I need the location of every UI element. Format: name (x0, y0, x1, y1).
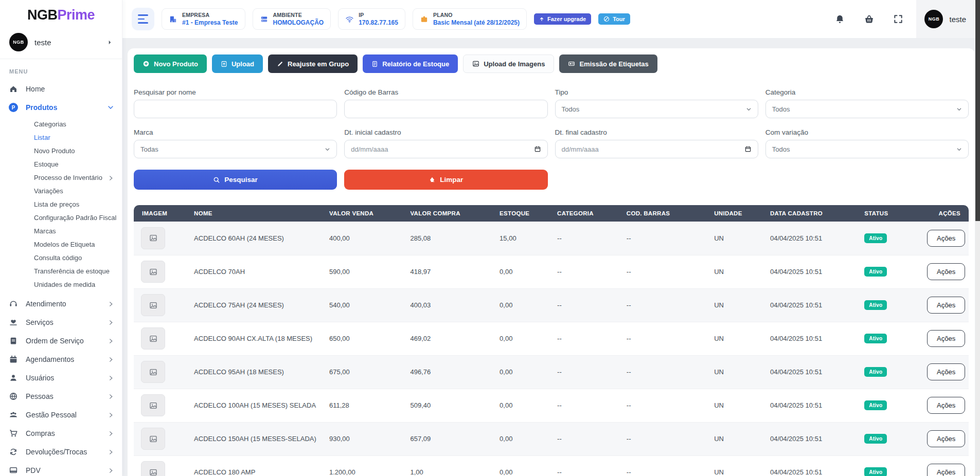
clear-button[interactable]: Limpar (344, 170, 547, 190)
product-name: ACDELCO 150AH (15 MESES-SELADA) (189, 422, 324, 455)
row-actions-button[interactable]: Ações (927, 397, 965, 414)
page-scrollbar[interactable] (975, 0, 980, 476)
new-product-button[interactable]: Novo Produto (134, 54, 207, 73)
sidebar-subitem-variacoes[interactable]: Variações (0, 185, 122, 198)
product-name: ACDELCO 75AH (24 MESES) (189, 288, 324, 322)
valor-compra: 400,03 (405, 288, 494, 322)
valor-compra: 418,97 (405, 255, 494, 288)
unidade: UN (709, 255, 765, 288)
sidebar-item-produtos[interactable]: P Produtos (0, 98, 122, 117)
table-row: ACDELCO 95AH (18 MESES) 675,00 496,76 0,… (134, 355, 969, 389)
row-actions-button[interactable]: Ações (927, 297, 965, 314)
row-actions-button[interactable]: Ações (927, 464, 965, 476)
categoria: -- (552, 455, 621, 476)
categoria: -- (552, 422, 621, 455)
search-button[interactable]: Pesquisar (134, 170, 337, 190)
filter-type-select[interactable]: Todos (555, 100, 758, 118)
calendar-icon (8, 355, 19, 364)
upgrade-button[interactable]: Fazer upgrade (534, 13, 591, 25)
data-cadastro: 04/04/2025 10:51 (765, 422, 859, 455)
group-adjust-button[interactable]: Reajuste em Grupo (268, 54, 358, 73)
table-row: ACDELCO 150AH (15 MESES-SELADA) 930,00 6… (134, 422, 969, 455)
row-actions-button[interactable]: Ações (927, 230, 965, 247)
status-badge: Ativo (864, 400, 887, 410)
filter-variation-label: Com variação (765, 129, 969, 136)
products-card: Novo Produto Upload Reajuste em Grupo Re… (128, 48, 975, 476)
product-name: ACDELCO 100AH (15 MESES) SELADA (189, 389, 324, 422)
sidebar-item-gestao-pessoal[interactable]: Gestão Pessoal (0, 406, 122, 424)
estoque: 0,00 (494, 288, 552, 322)
products-table: IMAGEM NOME VALOR VENDA VALOR COMPRA EST… (134, 205, 969, 476)
sidebar-item-servicos[interactable]: Serviços (0, 313, 122, 332)
row-actions-button[interactable]: Ações (927, 363, 965, 380)
categoria: -- (552, 222, 621, 255)
sidebar-item-pdv[interactable]: PDV (0, 461, 122, 476)
row-actions-button[interactable]: Ações (927, 263, 965, 280)
estoque: 0,00 (494, 322, 552, 355)
sidebar-subitem-transferencia-estoque[interactable]: Transferência de estoque (0, 265, 122, 278)
status-badge: Ativo (864, 367, 887, 377)
sidebar-user-menu[interactable]: NGB teste (0, 30, 122, 59)
sidebar-subitem-consulta-codigo[interactable]: Consulta código (0, 251, 122, 265)
filter-name-input[interactable] (134, 100, 337, 118)
sidebar-item-compras[interactable]: Compras (0, 424, 122, 443)
scrollbar-thumb[interactable] (975, 0, 980, 221)
data-cadastro: 04/04/2025 10:51 (765, 455, 859, 476)
image-icon (472, 60, 479, 67)
valor-compra: 496,76 (405, 355, 494, 389)
chevron-right-icon (108, 468, 114, 473)
sidebar-item-usuarios[interactable]: Usuários (0, 369, 122, 387)
filter-date-start-input[interactable]: dd/mm/aaaa (344, 140, 547, 158)
eraser-icon (429, 176, 436, 184)
sidebar-item-agendamentos[interactable]: Agendamentos (0, 350, 122, 369)
unidade: UN (709, 389, 765, 422)
sidebar-item-atendimento[interactable]: Atendimento (0, 295, 122, 313)
menu-toggle-button[interactable] (132, 8, 154, 30)
table-header-row: IMAGEM NOME VALOR VENDA VALOR COMPRA EST… (134, 205, 969, 222)
row-actions-button[interactable]: Ações (927, 430, 965, 447)
stock-report-button[interactable]: Relatório de Estoque (363, 54, 458, 73)
sidebar-subitem-novo-produto[interactable]: Novo Produto (0, 144, 122, 158)
sidebar-subitem-modelos-etiqueta[interactable]: Modelos de Etiqueta (0, 238, 122, 251)
headset-icon (8, 299, 19, 308)
chevron-right-icon (108, 301, 114, 307)
arrow-up-icon (539, 16, 544, 22)
sidebar-item-devolucoes[interactable]: Devoluções/Trocas (0, 443, 122, 461)
sidebar-item-ordem-servico[interactable]: Ordem de Serviço (0, 332, 122, 350)
filter-brand-select[interactable]: Todas (134, 140, 337, 158)
filter-brand-label: Marca (134, 129, 337, 136)
categoria: -- (552, 255, 621, 288)
filter-date-end-input[interactable]: dd/mm/aaaa (555, 140, 758, 158)
basket-icon[interactable] (864, 14, 875, 25)
image-upload-button[interactable]: Upload de Imagens (463, 54, 554, 73)
sidebar-subitem-estoque[interactable]: Estoque (0, 158, 122, 171)
filter-variation-select[interactable]: Todos (765, 140, 969, 158)
sidebar-subitem-processo-inventario[interactable]: Processo de Inventário (0, 171, 122, 185)
sidebar-subitem-lista-precos[interactable]: Lista de preços (0, 198, 122, 211)
filter-name-label: Pesquisar por nome (134, 88, 337, 96)
product-name: ACDELCO 60AH (24 MESES) (189, 222, 324, 255)
filter-barcode-input[interactable] (344, 100, 547, 118)
notifications-bell-icon[interactable] (834, 14, 845, 25)
calendar-icon (744, 145, 752, 153)
sidebar-subitem-categorias[interactable]: Categorias (0, 118, 122, 131)
product-name: ACDELCO 70AH (189, 255, 324, 288)
fullscreen-icon[interactable] (893, 14, 903, 24)
col-acoes: AÇÕES (922, 205, 969, 222)
sidebar-item-home[interactable]: Home (0, 80, 122, 98)
sidebar-subitem-listar[interactable]: Listar (0, 131, 122, 144)
tour-button[interactable]: Tour (598, 13, 630, 25)
labels-emission-button[interactable]: Emissão de Etiquetas (559, 54, 657, 73)
sidebar-subitem-marcas[interactable]: Marcas (0, 225, 122, 238)
sidebar-item-pessoas[interactable]: Pessoas (0, 387, 122, 406)
upload-button[interactable]: Upload (212, 54, 263, 73)
sidebar: NGBPrime NGB teste MENU Home P Produtos … (0, 0, 122, 476)
sidebar-subitem-unidades-medida[interactable]: Unidades de medida (0, 278, 122, 291)
valor-venda: 675,00 (324, 355, 405, 389)
filter-category-select[interactable]: Todos (765, 100, 969, 118)
table-row: ACDELCO 60AH (24 MESES) 400,00 285,08 15… (134, 222, 969, 255)
user-menu[interactable]: NGB teste (916, 0, 975, 38)
row-actions-button[interactable]: Ações (927, 330, 965, 347)
sidebar-subitem-config-fiscal[interactable]: Configuração Padrão Fiscal (0, 211, 122, 225)
cod-barras: -- (621, 455, 709, 476)
